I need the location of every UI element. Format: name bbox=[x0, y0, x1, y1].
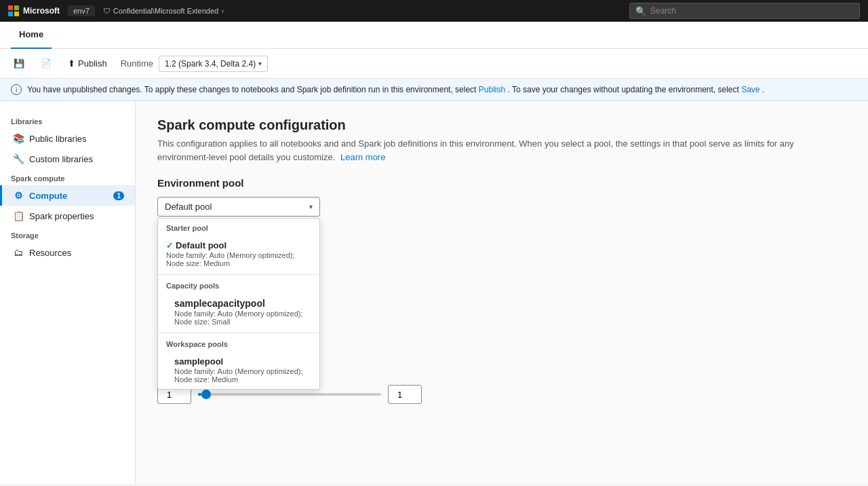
top-bar: Microsoft env7 🛡 Confidential\Microsoft … bbox=[0, 0, 868, 22]
pool-dropdown-container: Default pool ▾ Starter pool ✓ Default po… bbox=[157, 197, 320, 217]
nav-tab-home[interactable]: Home bbox=[11, 22, 52, 49]
publish-button[interactable]: ⬆ Publish bbox=[62, 56, 113, 71]
sidebar-item-public-libraries[interactable]: 📚 Public libraries bbox=[0, 128, 135, 149]
sidebar: Libraries 📚 Public libraries 🔧 Custom li… bbox=[0, 101, 136, 484]
confidential-badge: 🛡 Confidential\Microsoft Extended ▾ bbox=[103, 7, 224, 15]
compute-badge: 1 bbox=[113, 191, 124, 200]
spark-compute-section-label: Spark compute bbox=[0, 172, 135, 185]
info-icon: i bbox=[11, 84, 22, 95]
storage-section-label: Storage bbox=[0, 229, 135, 242]
sidebar-item-label: Custom libraries bbox=[29, 154, 93, 164]
executor-instances-max-input[interactable]: 1 bbox=[388, 385, 422, 404]
sidebar-item-label: Spark properties bbox=[29, 211, 94, 221]
nav-bar: Home bbox=[0, 22, 868, 49]
pool-option-default[interactable]: ✓ Default pool Node family: Auto (Memory… bbox=[158, 235, 319, 273]
sidebar-item-label: Public libraries bbox=[29, 134, 87, 144]
info-banner: i You have unpublished changes. To apply… bbox=[0, 79, 868, 101]
search-input[interactable] bbox=[650, 6, 854, 16]
environment-pool-section-title: Environment pool bbox=[157, 177, 846, 189]
slider-thumb[interactable] bbox=[201, 390, 211, 399]
search-box[interactable]: 🔍 bbox=[629, 3, 860, 19]
publish-icon: ⬆ bbox=[68, 58, 75, 69]
chevron-down-icon[interactable]: ▾ bbox=[221, 7, 224, 15]
document-icon: 📄 bbox=[41, 58, 52, 69]
pool-option-samplecapacity[interactable]: samplecapacitypool Node family: Auto (Me… bbox=[158, 293, 319, 331]
workspace-pools-group-label: Workspace pools bbox=[158, 335, 319, 351]
env-badge[interactable]: env7 bbox=[68, 5, 95, 16]
sidebar-item-label: Compute bbox=[29, 191, 67, 201]
save-icon: 💾 bbox=[14, 58, 24, 69]
pool-option-samplepool[interactable]: samplepool Node family: Auto (Memory opt… bbox=[158, 351, 319, 389]
main-layout: Libraries 📚 Public libraries 🔧 Custom li… bbox=[0, 101, 868, 484]
save-button[interactable]: 💾 bbox=[8, 56, 30, 72]
sidebar-item-compute[interactable]: ⚙ Compute 1 bbox=[0, 185, 135, 206]
ms-logo: Microsoft bbox=[8, 5, 60, 16]
content-area: Spark compute configuration This configu… bbox=[136, 101, 868, 484]
toolbar: 💾 📄 ⬆ Publish Runtime 1.2 (Spark 3.4, De… bbox=[0, 49, 868, 79]
sidebar-item-label: Resources bbox=[29, 248, 71, 258]
publish-link[interactable]: Publish bbox=[479, 85, 505, 94]
public-libraries-icon: 📚 bbox=[13, 133, 24, 144]
pool-dropdown-menu: Starter pool ✓ Default pool Node family:… bbox=[157, 218, 320, 390]
chevron-down-icon: ▾ bbox=[258, 60, 262, 67]
spark-properties-icon: 📋 bbox=[13, 210, 24, 221]
pool-dropdown-trigger[interactable]: Default pool ▾ bbox=[157, 197, 320, 217]
learn-more-link[interactable]: Learn more bbox=[340, 152, 385, 162]
slider-track[interactable] bbox=[198, 393, 381, 396]
capacity-pools-group-label: Capacity pools bbox=[158, 276, 319, 293]
document-button[interactable]: 📄 bbox=[35, 56, 57, 72]
custom-libraries-icon: 🔧 bbox=[13, 153, 24, 164]
sidebar-item-resources[interactable]: 🗂 Resources bbox=[0, 242, 135, 263]
shield-icon: 🛡 bbox=[103, 7, 111, 15]
starter-pool-group-label: Starter pool bbox=[158, 219, 319, 235]
libraries-section-label: Libraries bbox=[0, 115, 135, 128]
search-icon: 🔍 bbox=[635, 6, 646, 16]
resources-icon: 🗂 bbox=[13, 247, 24, 258]
runtime-label: Runtime bbox=[121, 58, 153, 69]
compute-icon: ⚙ bbox=[13, 190, 24, 201]
ms-logo-grid bbox=[8, 5, 19, 16]
ms-label: Microsoft bbox=[23, 6, 60, 16]
save-link[interactable]: Save bbox=[741, 85, 760, 94]
check-icon: ✓ bbox=[166, 241, 173, 250]
page-description: This configuration applies to all notebo… bbox=[157, 137, 846, 164]
sidebar-item-custom-libraries[interactable]: 🔧 Custom libraries bbox=[0, 149, 135, 169]
chevron-down-icon: ▾ bbox=[309, 203, 313, 210]
sidebar-item-spark-properties[interactable]: 📋 Spark properties bbox=[0, 206, 135, 226]
page-title: Spark compute configuration bbox=[157, 117, 846, 133]
runtime-dropdown[interactable]: 1.2 (Spark 3.4, Delta 2.4) ▾ bbox=[159, 56, 268, 72]
